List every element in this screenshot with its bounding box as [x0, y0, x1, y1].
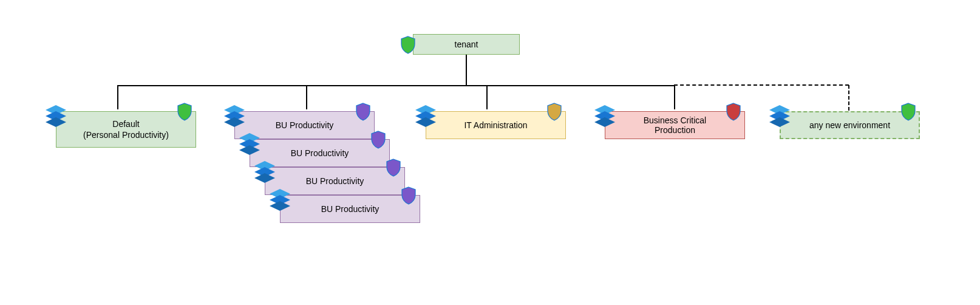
connector-line [117, 85, 118, 109]
layers-icon [767, 103, 792, 128]
connector-line [466, 55, 467, 85]
layers-icon [44, 103, 68, 128]
default-env-label-2: (Personal Productivity) [83, 129, 169, 140]
business-critical-label-1: Business Critical [644, 115, 706, 125]
default-env-label-1: Default [112, 118, 139, 129]
business-critical-node: Business Critical Production [605, 111, 745, 139]
layers-icon [268, 187, 292, 211]
it-admin-label: IT Administration [464, 120, 527, 131]
layers-icon [237, 131, 262, 156]
shield-icon [385, 158, 402, 177]
tenant-label: tenant [455, 39, 478, 50]
default-env-node: Default (Personal Productivity) [56, 111, 196, 148]
business-critical-label-2: Production [655, 125, 695, 135]
bu-productivity-label: BU Productivity [321, 204, 379, 214]
layers-icon [222, 103, 247, 128]
connector-line-dashed [848, 85, 849, 111]
tenant-node: tenant [413, 34, 520, 55]
shield-icon [900, 102, 917, 122]
layers-icon [413, 103, 438, 128]
connector-line-dashed [674, 84, 849, 86]
shield-icon [725, 102, 742, 122]
it-admin-node: IT Administration [426, 111, 566, 139]
shield-icon [400, 35, 417, 55]
bu-productivity-node: BU Productivity [280, 195, 420, 223]
bu-productivity-label: BU Productivity [306, 176, 364, 187]
layers-icon [253, 159, 277, 183]
shield-icon [355, 102, 372, 122]
connector-line [306, 85, 307, 109]
bu-productivity-label: BU Productivity [276, 120, 334, 131]
connector-line [486, 85, 488, 109]
shield-icon [176, 102, 193, 122]
shield-icon [400, 186, 417, 205]
connector-line [117, 85, 675, 86]
connector-line [674, 85, 675, 109]
shield-icon [546, 102, 563, 122]
layers-icon [593, 103, 617, 128]
new-env-label: any new environment [809, 120, 890, 131]
new-env-node: any new environment [780, 111, 920, 139]
bu-productivity-label: BU Productivity [291, 148, 349, 159]
shield-icon [370, 130, 387, 149]
